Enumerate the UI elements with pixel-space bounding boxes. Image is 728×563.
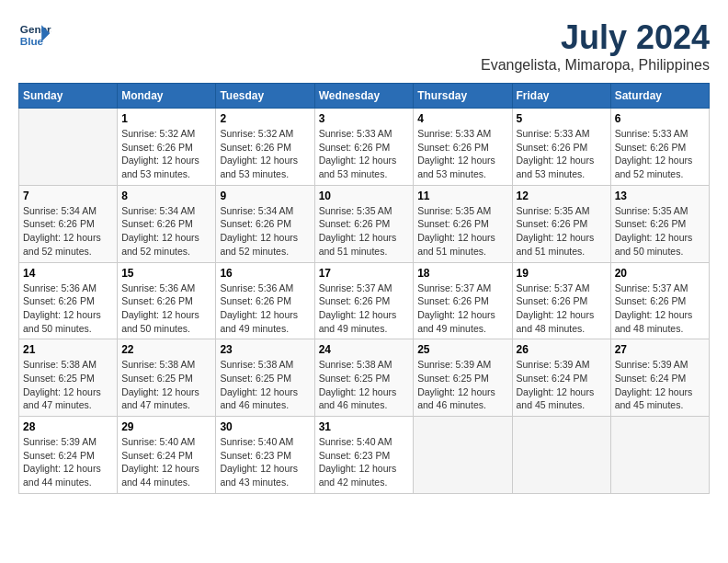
day-number: 31	[319, 420, 410, 433]
day-info: Sunrise: 5:35 AM Sunset: 6:26 PM Dayligh…	[417, 204, 507, 259]
day-header-tuesday: Tuesday	[216, 84, 314, 109]
day-number: 10	[319, 190, 410, 202]
page-header: General Blue July 2024 Evangelista, Mima…	[18, 18, 710, 74]
day-number: 28	[23, 420, 113, 433]
day-number: 1	[121, 112, 211, 125]
day-cell: 31Sunrise: 5:40 AM Sunset: 6:23 PM Dayli…	[314, 417, 414, 494]
day-info: Sunrise: 5:33 AM Sunset: 6:26 PM Dayligh…	[615, 127, 705, 181]
day-info: Sunrise: 5:39 AM Sunset: 6:24 PM Dayligh…	[23, 435, 113, 489]
day-info: Sunrise: 5:33 AM Sunset: 6:26 PM Dayligh…	[319, 127, 410, 181]
day-number: 30	[220, 420, 310, 433]
day-number: 15	[121, 267, 211, 280]
day-info: Sunrise: 5:37 AM Sunset: 6:26 PM Dayligh…	[417, 282, 507, 336]
day-cell: 3Sunrise: 5:33 AM Sunset: 6:26 PM Daylig…	[314, 109, 414, 186]
day-cell: 26Sunrise: 5:39 AM Sunset: 6:24 PM Dayli…	[512, 339, 610, 417]
day-cell: 29Sunrise: 5:40 AM Sunset: 6:24 PM Dayli…	[118, 417, 216, 494]
day-cell: 8Sunrise: 5:34 AM Sunset: 6:26 PM Daylig…	[118, 185, 216, 262]
svg-text:Blue: Blue	[20, 35, 44, 47]
day-header-friday: Friday	[512, 84, 610, 109]
day-number: 11	[417, 190, 507, 202]
day-cell: 28Sunrise: 5:39 AM Sunset: 6:24 PM Dayli…	[19, 417, 118, 494]
day-header-sunday: Sunday	[19, 84, 118, 109]
day-cell: 2Sunrise: 5:32 AM Sunset: 6:26 PM Daylig…	[216, 109, 314, 186]
location-title: Evangelista, Mimaropa, Philippines	[481, 57, 710, 74]
day-info: Sunrise: 5:36 AM Sunset: 6:26 PM Dayligh…	[220, 282, 310, 336]
week-row-4: 21Sunrise: 5:38 AM Sunset: 6:25 PM Dayli…	[19, 339, 710, 417]
day-info: Sunrise: 5:38 AM Sunset: 6:25 PM Dayligh…	[23, 358, 113, 412]
day-cell: 19Sunrise: 5:37 AM Sunset: 6:26 PM Dayli…	[512, 262, 610, 339]
day-cell: 21Sunrise: 5:38 AM Sunset: 6:25 PM Dayli…	[19, 339, 118, 417]
day-number: 22	[121, 343, 211, 356]
day-number: 5	[517, 112, 607, 125]
day-cell: 18Sunrise: 5:37 AM Sunset: 6:26 PM Dayli…	[414, 262, 512, 339]
day-header-wednesday: Wednesday	[314, 84, 414, 109]
day-cell: 7Sunrise: 5:34 AM Sunset: 6:26 PM Daylig…	[19, 185, 118, 262]
day-number: 4	[417, 112, 507, 125]
day-info: Sunrise: 5:33 AM Sunset: 6:26 PM Dayligh…	[417, 127, 507, 181]
day-cell: 6Sunrise: 5:33 AM Sunset: 6:26 PM Daylig…	[610, 109, 709, 186]
day-number: 7	[23, 190, 113, 202]
day-number: 2	[220, 112, 310, 125]
day-number: 17	[319, 267, 410, 280]
day-info: Sunrise: 5:40 AM Sunset: 6:24 PM Dayligh…	[121, 435, 211, 489]
day-cell: 23Sunrise: 5:38 AM Sunset: 6:25 PM Dayli…	[216, 339, 314, 417]
week-row-3: 14Sunrise: 5:36 AM Sunset: 6:26 PM Dayli…	[19, 262, 710, 339]
day-number: 3	[319, 112, 410, 125]
day-cell: 9Sunrise: 5:34 AM Sunset: 6:26 PM Daylig…	[216, 185, 314, 262]
day-number: 19	[517, 267, 607, 280]
day-info: Sunrise: 5:32 AM Sunset: 6:26 PM Dayligh…	[121, 127, 211, 181]
day-info: Sunrise: 5:35 AM Sunset: 6:26 PM Dayligh…	[615, 204, 705, 259]
day-cell: 4Sunrise: 5:33 AM Sunset: 6:26 PM Daylig…	[414, 109, 512, 186]
day-number: 13	[615, 190, 705, 202]
day-info: Sunrise: 5:37 AM Sunset: 6:26 PM Dayligh…	[319, 282, 410, 336]
day-info: Sunrise: 5:38 AM Sunset: 6:25 PM Dayligh…	[220, 358, 310, 412]
week-row-5: 28Sunrise: 5:39 AM Sunset: 6:24 PM Dayli…	[19, 417, 710, 494]
title-section: July 2024 Evangelista, Mimaropa, Philipp…	[481, 18, 710, 74]
day-cell: 30Sunrise: 5:40 AM Sunset: 6:23 PM Dayli…	[216, 417, 314, 494]
day-number: 23	[220, 343, 310, 356]
month-title: July 2024	[481, 18, 710, 57]
day-number: 27	[615, 343, 705, 356]
calendar-table: SundayMondayTuesdayWednesdayThursdayFrid…	[18, 83, 710, 494]
day-info: Sunrise: 5:37 AM Sunset: 6:26 PM Dayligh…	[517, 282, 607, 336]
logo-icon: General Blue	[18, 18, 51, 52]
day-header-saturday: Saturday	[610, 84, 709, 109]
day-info: Sunrise: 5:34 AM Sunset: 6:26 PM Dayligh…	[220, 204, 310, 259]
day-number: 6	[615, 112, 705, 125]
day-cell: 5Sunrise: 5:33 AM Sunset: 6:26 PM Daylig…	[512, 109, 610, 186]
day-number: 12	[517, 190, 607, 202]
day-number: 14	[23, 267, 113, 280]
day-info: Sunrise: 5:39 AM Sunset: 6:25 PM Dayligh…	[417, 358, 507, 412]
day-header-monday: Monday	[118, 84, 216, 109]
day-info: Sunrise: 5:36 AM Sunset: 6:26 PM Dayligh…	[23, 282, 113, 336]
day-info: Sunrise: 5:35 AM Sunset: 6:26 PM Dayligh…	[517, 204, 607, 259]
day-info: Sunrise: 5:33 AM Sunset: 6:26 PM Dayligh…	[517, 127, 607, 181]
day-cell: 22Sunrise: 5:38 AM Sunset: 6:25 PM Dayli…	[118, 339, 216, 417]
day-cell: 14Sunrise: 5:36 AM Sunset: 6:26 PM Dayli…	[19, 262, 118, 339]
day-cell: 20Sunrise: 5:37 AM Sunset: 6:26 PM Dayli…	[610, 262, 709, 339]
day-info: Sunrise: 5:35 AM Sunset: 6:26 PM Dayligh…	[319, 204, 410, 259]
day-info: Sunrise: 5:34 AM Sunset: 6:26 PM Dayligh…	[23, 204, 113, 259]
week-row-1: 1Sunrise: 5:32 AM Sunset: 6:26 PM Daylig…	[19, 109, 710, 186]
week-row-2: 7Sunrise: 5:34 AM Sunset: 6:26 PM Daylig…	[19, 185, 710, 262]
day-info: Sunrise: 5:34 AM Sunset: 6:26 PM Dayligh…	[121, 204, 211, 259]
day-info: Sunrise: 5:38 AM Sunset: 6:25 PM Dayligh…	[121, 358, 211, 412]
day-cell: 1Sunrise: 5:32 AM Sunset: 6:26 PM Daylig…	[118, 109, 216, 186]
day-number: 25	[417, 343, 507, 356]
day-info: Sunrise: 5:36 AM Sunset: 6:26 PM Dayligh…	[121, 282, 211, 336]
day-info: Sunrise: 5:39 AM Sunset: 6:24 PM Dayligh…	[517, 358, 607, 412]
day-number: 29	[121, 420, 211, 433]
day-info: Sunrise: 5:37 AM Sunset: 6:26 PM Dayligh…	[615, 282, 705, 336]
day-cell	[19, 109, 118, 186]
day-number: 26	[517, 343, 607, 356]
day-header-thursday: Thursday	[414, 84, 512, 109]
day-number: 9	[220, 190, 310, 202]
day-number: 18	[417, 267, 507, 280]
day-info: Sunrise: 5:39 AM Sunset: 6:24 PM Dayligh…	[615, 358, 705, 412]
day-cell	[414, 417, 512, 494]
day-info: Sunrise: 5:38 AM Sunset: 6:25 PM Dayligh…	[319, 358, 410, 412]
day-cell: 17Sunrise: 5:37 AM Sunset: 6:26 PM Dayli…	[314, 262, 414, 339]
day-cell: 10Sunrise: 5:35 AM Sunset: 6:26 PM Dayli…	[314, 185, 414, 262]
day-info: Sunrise: 5:32 AM Sunset: 6:26 PM Dayligh…	[220, 127, 310, 181]
day-cell: 16Sunrise: 5:36 AM Sunset: 6:26 PM Dayli…	[216, 262, 314, 339]
